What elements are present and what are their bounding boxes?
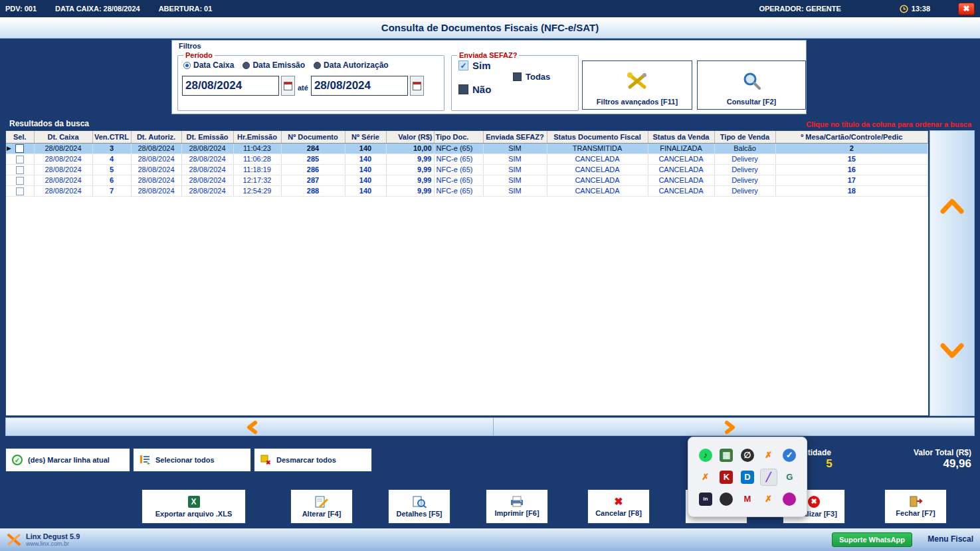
g-app-icon[interactable]: G xyxy=(781,469,798,486)
close-window-button[interactable]: ✖ xyxy=(958,3,975,15)
consult-button[interactable]: Consultar [F2] xyxy=(697,60,806,110)
linx-tray-icon[interactable]: ✗ xyxy=(760,491,777,508)
shield-check-icon[interactable]: ✓ xyxy=(781,447,798,464)
date-from-input[interactable] xyxy=(182,76,279,96)
column-header-dt_emissao[interactable]: Dt. Emissão xyxy=(181,131,233,143)
periodo-options: Data CaixaData EmissãoData Autorização xyxy=(183,60,389,70)
toggle-current-row-button[interactable]: ✓ (des) Marcar linha atual xyxy=(5,448,130,472)
table-row[interactable]: 28/08/2024528/08/202428/08/202411:18:192… xyxy=(6,164,928,175)
row-checkbox[interactable] xyxy=(16,166,24,174)
print-button[interactable]: Imprimir [F6] xyxy=(486,489,548,524)
cell-tipo_venda: Delivery xyxy=(714,164,775,175)
linx-tray-icon[interactable]: ✗ xyxy=(760,447,777,464)
k-app-icon-glyph: K xyxy=(720,471,733,484)
table-row[interactable]: 28/08/2024628/08/202428/08/202412:17:322… xyxy=(6,175,928,185)
linx-tray-icon-glyph: ✗ xyxy=(762,449,775,462)
table-row[interactable]: 28/08/2024728/08/202428/08/202412:54:292… xyxy=(6,185,928,196)
row-checkbox[interactable] xyxy=(15,144,24,153)
horizontal-scrollbar[interactable] xyxy=(5,417,975,436)
m-app-icon[interactable]: M xyxy=(739,491,756,508)
checkbox-option-nao[interactable]: Não xyxy=(458,84,491,95)
row-select-cell[interactable] xyxy=(6,154,34,164)
cell-ven_ctrl: 3 xyxy=(92,143,131,154)
edit-icon xyxy=(315,496,328,508)
column-header-n_serie[interactable]: Nº Série xyxy=(345,131,386,143)
date-to-input[interactable] xyxy=(311,76,408,96)
radio-option-data-emissao[interactable]: Data Emissão xyxy=(243,60,305,70)
radio-option-data-autorizacao[interactable]: Data Autorização xyxy=(314,60,389,70)
radio-icon xyxy=(314,62,321,69)
date-to-calendar-button[interactable] xyxy=(410,76,424,96)
sefaz-options: ✓SimNãoTodas xyxy=(452,56,578,110)
column-header-hr_emissao[interactable]: Hr.Emissão xyxy=(233,131,281,143)
column-header-dt_caixa[interactable]: Dt. Caixa xyxy=(34,131,92,143)
column-header-mesa[interactable]: º Mesa/Cartão/Controle/Pedic xyxy=(775,131,928,143)
checkbox-option-sim[interactable]: ✓Sim xyxy=(458,60,491,71)
dell-icon[interactable]: D xyxy=(739,469,756,486)
select-all-button[interactable]: + Selecionar todos xyxy=(133,448,251,472)
deselect-all-button[interactable]: ✖ Desmarcar todos xyxy=(254,448,372,472)
advanced-filters-button[interactable]: Filtros avançados [F11] xyxy=(582,60,692,110)
radio-option-data-caixa[interactable]: Data Caixa xyxy=(183,60,234,70)
column-header-sel[interactable]: Sel. xyxy=(6,131,34,143)
column-header-valor[interactable]: Valor (R$) xyxy=(386,131,434,143)
cell-hr_emissao: 12:17:32 xyxy=(233,175,281,185)
table-row[interactable]: 28/08/2024428/08/202428/08/202411:06:282… xyxy=(6,154,928,164)
radio-label: Data Autorização xyxy=(324,60,389,70)
alter-button[interactable]: Alterar [F4] xyxy=(290,489,353,524)
checkbox-option-todas[interactable]: Todas xyxy=(513,72,550,82)
row-select-cell[interactable] xyxy=(6,175,34,185)
pink-app-icon[interactable] xyxy=(781,491,798,508)
dark-circle-icon[interactable] xyxy=(718,491,735,508)
select-all-icon: + xyxy=(140,455,150,465)
column-header-status_venda[interactable]: Status da Venda xyxy=(648,131,714,143)
table-row[interactable]: ▶28/08/2024328/08/202428/08/202411:04:23… xyxy=(6,143,928,154)
cell-dt_autoriz: 28/08/2024 xyxy=(131,143,181,154)
column-header-status_doc_fiscal[interactable]: Status Documento Fiscal xyxy=(547,131,648,143)
cancel-button[interactable]: ✖ Cancelar [F8] xyxy=(587,489,650,524)
spotify-icon[interactable]: ♪ xyxy=(697,447,714,464)
export-xls-button[interactable]: X Exportar arquivo .XLS xyxy=(142,489,246,524)
cell-n_serie: 140 xyxy=(345,185,386,196)
column-header-tipo_venda[interactable]: Tipo de Venda xyxy=(714,131,775,143)
int-app-icon[interactable]: in xyxy=(697,491,714,508)
whatsapp-support-button[interactable]: Suporte WhatsApp xyxy=(832,532,912,547)
row-checkbox[interactable] xyxy=(16,187,24,195)
column-header-enviada_sefaz[interactable]: Enviada SEFAZ? xyxy=(483,131,547,143)
cell-enviada_sefaz: SIM xyxy=(483,143,547,154)
column-header-dt_autoriz[interactable]: Dt. Autoriz. xyxy=(131,131,181,143)
column-header-n_documento[interactable]: Nº Documento xyxy=(281,131,345,143)
row-checkbox[interactable] xyxy=(16,156,24,164)
svg-text:+: + xyxy=(147,461,150,465)
vertical-scrollbar[interactable] xyxy=(930,130,975,416)
scroll-left-icon[interactable] xyxy=(244,420,260,435)
column-header-ven_ctrl[interactable]: Ven.CTRL xyxy=(92,131,131,143)
operator-label: OPERADOR: GERENTE xyxy=(759,5,840,13)
green-app-icon[interactable]: ▦ xyxy=(718,447,735,464)
spotify-icon-glyph: ♪ xyxy=(699,449,712,462)
exit-door-icon xyxy=(909,496,923,507)
k-app-icon[interactable]: K xyxy=(718,469,735,486)
row-checkbox[interactable] xyxy=(16,177,24,185)
pen-icon[interactable]: ╱ xyxy=(760,469,777,486)
cell-dt_caixa: 28/08/2024 xyxy=(34,175,92,185)
shield-check-icon-glyph: ✓ xyxy=(783,449,796,462)
date-from-calendar-button[interactable] xyxy=(281,76,295,96)
deselect-all-icon: ✖ xyxy=(260,455,271,465)
details-button[interactable]: Detalhes [F5] xyxy=(388,489,450,524)
linx-tray-icon[interactable]: ✗ xyxy=(697,469,714,486)
close-screen-button[interactable]: Fechar [F7] xyxy=(884,489,947,524)
opening-label: ABERTURA: 01 xyxy=(159,5,213,13)
scroll-right-icon[interactable] xyxy=(722,420,738,435)
scroll-up-icon[interactable] xyxy=(939,197,965,215)
row-select-cell[interactable] xyxy=(6,185,34,196)
row-select-cell[interactable]: ▶ xyxy=(6,143,34,154)
row-select-cell[interactable] xyxy=(6,164,34,175)
cell-mesa: 16 xyxy=(775,164,928,175)
linx-tray-icon-glyph: ✗ xyxy=(762,493,775,506)
scroll-down-icon[interactable] xyxy=(939,342,965,360)
circle-slash-icon[interactable]: ∅ xyxy=(739,447,756,464)
column-header-tipo_doc[interactable]: Tipo Doc. xyxy=(434,131,483,143)
menu-fiscal-link[interactable]: Menu Fiscal xyxy=(928,534,973,544)
cell-hr_emissao: 11:18:19 xyxy=(233,164,281,175)
